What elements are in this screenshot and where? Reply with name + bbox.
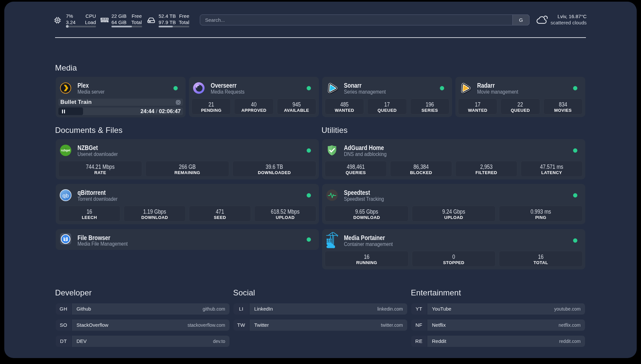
svg-text:qb: qb	[63, 193, 69, 199]
svg-text:nzbget: nzbget	[61, 149, 70, 152]
